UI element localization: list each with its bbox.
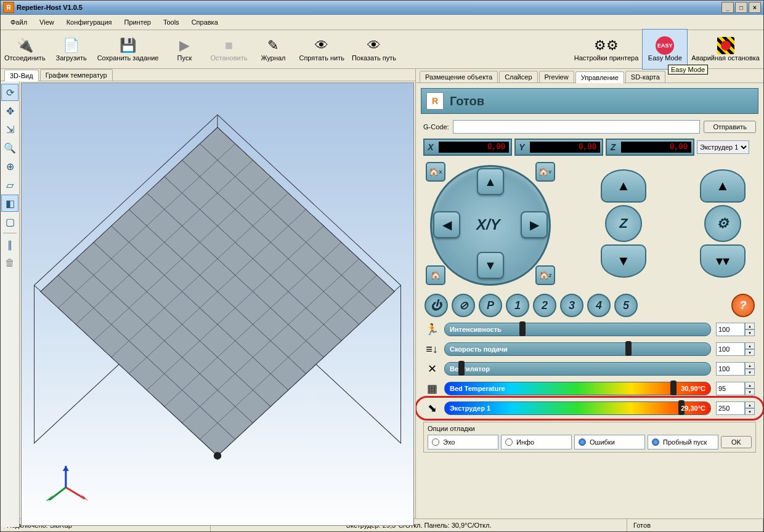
debug-title: Опции отладки: [428, 425, 752, 432]
status-banner: R Готов: [421, 88, 758, 114]
park-button[interactable]: P: [479, 294, 502, 317]
gcode-input[interactable]: [453, 120, 701, 134]
zoom-icon[interactable]: 🔍: [1, 139, 18, 156]
close-button[interactable]: ×: [749, 2, 761, 13]
slider-track[interactable]: Вентилятор: [444, 362, 711, 376]
menu-принтер[interactable]: Принтер: [120, 17, 156, 27]
debug-инфо[interactable]: Инфо: [501, 435, 572, 449]
move-icon[interactable]: ✥: [1, 102, 18, 119]
front-view-icon[interactable]: ▢: [1, 213, 18, 230]
iso-view-icon[interactable]: ◧: [1, 195, 18, 212]
slider-value[interactable]: [716, 342, 745, 356]
toolbar-настройки-принтера[interactable]: ⚙⚙Настройки принтера: [571, 30, 643, 69]
temp-track[interactable]: Экструдер 129,30°C: [444, 401, 711, 415]
toolbar-пуск[interactable]: ▶Пуск: [162, 30, 206, 69]
tooltip: Easy Mode: [668, 65, 708, 75]
temp-track[interactable]: Bed Temperature30,90°C: [444, 382, 711, 395]
quick-commands: ⏻ ⊘ P 1 2 3 4 5 ?: [418, 291, 761, 320]
home-y-button[interactable]: 🏠Y: [535, 162, 555, 182]
right-tab-1[interactable]: Слайсер: [499, 71, 537, 83]
right-tab-4[interactable]: SD-карта: [625, 71, 665, 83]
right-tab-3[interactable]: Управление: [575, 71, 624, 83]
send-button[interactable]: Отправить: [704, 121, 756, 133]
app-icon: R: [3, 2, 14, 13]
toolbar-сохранить-задание[interactable]: 💾Сохранить задание: [94, 30, 163, 69]
motor-off-button[interactable]: ⊘: [452, 294, 475, 317]
preset-1-button[interactable]: 1: [506, 294, 529, 317]
power-button[interactable]: ⏻: [425, 294, 448, 317]
y-plus-button[interactable]: ▲: [477, 168, 504, 195]
title-bar: R Repetier-Host V1.0.5 _ □ ×: [1, 1, 763, 15]
slider-value[interactable]: [716, 323, 745, 336]
z-minus-button[interactable]: ▼: [601, 244, 646, 278]
top-view-icon[interactable]: ▱: [1, 176, 18, 193]
temp-1: ⬊ Экструдер 129,30°C ▲▼: [418, 398, 761, 418]
coord-x[interactable]: X0,00: [423, 139, 512, 156]
menu-справка[interactable]: Справка: [187, 17, 223, 27]
extruder-gear-icon: ⚙: [704, 205, 741, 242]
menu-view[interactable]: View: [35, 17, 59, 27]
minimize-button[interactable]: _: [721, 2, 734, 13]
temp-icon: ⬊: [425, 401, 439, 415]
z-plus-button[interactable]: ▲: [601, 169, 646, 203]
home-all-button[interactable]: 🏠: [426, 265, 445, 285]
slider-1: ≡↓ Скорость подачи ▲▼: [418, 339, 761, 359]
retract-button[interactable]: ▲: [700, 169, 746, 203]
slider-icon: ≡↓: [425, 343, 439, 356]
rotate-icon[interactable]: ⊕: [1, 158, 18, 175]
home-z-button[interactable]: 🏠Z: [535, 265, 555, 285]
toolbar-спрятать-нить[interactable]: 👁Спрятать нить: [295, 30, 347, 69]
preset-4-button[interactable]: 4: [587, 294, 611, 317]
x-plus-button[interactable]: ▶: [521, 211, 548, 238]
left-tab-1[interactable]: График температур: [40, 69, 113, 81]
reset-view-icon[interactable]: ⟳: [1, 84, 18, 101]
x-minus-button[interactable]: ◀: [433, 211, 460, 238]
extruder-select[interactable]: Экструдер 1: [697, 140, 749, 154]
preset-5-button[interactable]: 5: [614, 294, 638, 317]
debug-эхо[interactable]: Эхо: [428, 435, 498, 449]
debug-ошибки[interactable]: Ошибки: [574, 435, 645, 449]
y-minus-button[interactable]: ▼: [477, 252, 504, 279]
move-object-icon[interactable]: ⇲: [1, 121, 18, 138]
home-x-button[interactable]: 🏠X: [426, 162, 445, 182]
menu-файл[interactable]: Файл: [6, 17, 32, 27]
svg-line-37: [49, 488, 66, 501]
preset-3-button[interactable]: 3: [560, 294, 583, 317]
toolbar-easy-mode[interactable]: EASYEasy Mode: [642, 29, 688, 70]
left-tab-0[interactable]: 3D-Вид: [4, 70, 39, 81]
3d-viewport[interactable]: [21, 83, 414, 526]
toolbar-отсоединить[interactable]: 🔌Отсоединить: [1, 30, 49, 69]
toolbar-показать-путь[interactable]: 👁Показать путь: [348, 30, 400, 69]
right-tab-0[interactable]: Размещение объекта: [420, 71, 498, 83]
right-tabs: Размещение объектаСлайсерPreviewУправлен…: [416, 69, 763, 83]
window-title: Repetier-Host V1.0.5: [17, 4, 83, 11]
temp-value[interactable]: [716, 382, 745, 395]
menu-tools[interactable]: Tools: [158, 17, 184, 27]
delete-icon[interactable]: 🗑: [1, 254, 18, 272]
debug-ok-button[interactable]: OK: [721, 436, 752, 448]
debug-пробный пуск[interactable]: Пробный пуск: [648, 435, 718, 449]
main-toolbar: 🔌Отсоединить📄Загрузить💾Сохранить задание…: [1, 30, 763, 69]
maximize-button[interactable]: □: [735, 2, 747, 13]
toolbar-загрузить[interactable]: 📄Загрузить: [49, 30, 94, 69]
parallel-icon[interactable]: ∥: [1, 236, 18, 253]
extrude-button[interactable]: ▾▾: [700, 244, 746, 278]
slider-track[interactable]: Скорость подачи: [444, 342, 711, 356]
view-toolbar: ⟳ ✥ ⇲ 🔍 ⊕ ▱ ◧ ▢ ∥ 🗑: [1, 81, 20, 527]
toolbar-аварийная-остановка[interactable]: Аварийная остановка: [688, 30, 763, 69]
preset-2-button[interactable]: 2: [533, 294, 556, 317]
slider-value[interactable]: [716, 362, 745, 376]
svg-marker-40: [63, 466, 69, 471]
slider-icon: ✕: [425, 362, 439, 376]
coord-z[interactable]: Z0,00: [606, 139, 694, 156]
menu-конфигурация[interactable]: Конфигурация: [62, 17, 117, 27]
temp-value[interactable]: [716, 401, 745, 415]
slider-track[interactable]: Интенсивность: [444, 323, 711, 336]
help-button[interactable]: ?: [731, 294, 755, 317]
svg-point-34: [214, 452, 221, 459]
toolbar-остановить[interactable]: ■Остановить: [206, 30, 251, 69]
toolbar-журнал[interactable]: ✎Журнал: [251, 30, 295, 69]
xy-jog-pad: 🏠X 🏠Y 🏠 🏠Z ▲ ▼ ◀ ▶ X/Y: [426, 162, 555, 285]
right-tab-2[interactable]: Preview: [539, 71, 574, 83]
coord-y[interactable]: Y0,00: [514, 139, 603, 156]
